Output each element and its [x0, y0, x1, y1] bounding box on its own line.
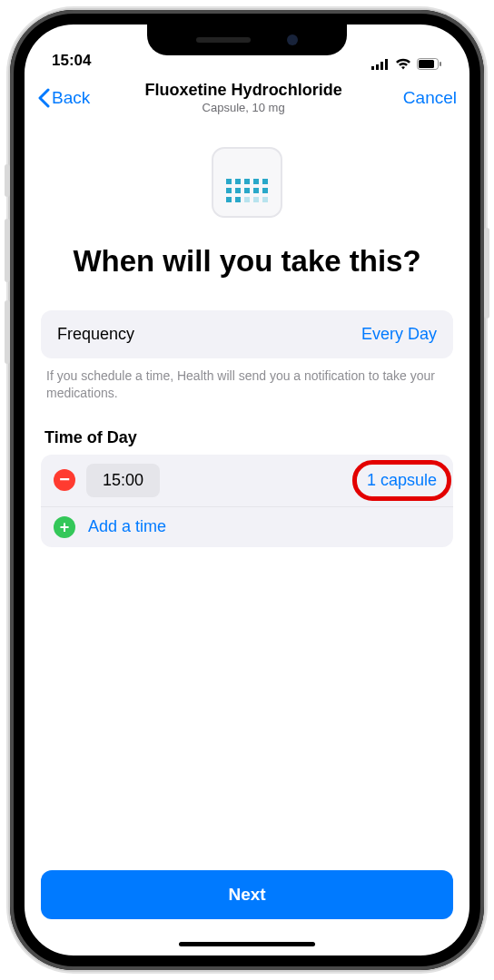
iphone-frame: 15:04 Back Fluoxetine Hydrochloride — [10, 10, 484, 970]
svg-rect-3 — [385, 59, 388, 70]
frequency-row[interactable]: Frequency Every Day — [41, 310, 453, 358]
schedule-hint: If you schedule a time, Health will send… — [41, 358, 453, 403]
add-time-row[interactable]: + Add a time — [41, 507, 453, 547]
front-camera — [287, 34, 298, 45]
content: When will you take this? Frequency Every… — [25, 123, 469, 870]
headline: When will you take this? — [41, 243, 453, 279]
calendar-icon-wrap — [41, 147, 453, 218]
time-of-day-card: − 15:00 1 capsule + Add a time — [41, 455, 453, 547]
svg-rect-1 — [376, 64, 379, 70]
svg-rect-2 — [380, 62, 383, 70]
add-time-label: Add a time — [88, 517, 166, 536]
battery-icon — [417, 58, 442, 70]
plus-icon: + — [60, 519, 70, 535]
time-row: − 15:00 1 capsule — [41, 455, 453, 507]
time-picker[interactable]: 15:00 — [86, 464, 160, 497]
cellular-signal-icon — [371, 59, 390, 70]
svg-rect-6 — [440, 62, 441, 66]
nav-bar: Back Fluoxetine Hydrochloride Capsule, 1… — [25, 74, 469, 123]
volume-down — [5, 300, 10, 364]
notch — [147, 24, 347, 55]
next-button[interactable]: Next — [41, 870, 453, 919]
dose-value: 1 capsule — [367, 471, 437, 489]
svg-rect-0 — [371, 66, 374, 70]
dose-picker[interactable]: 1 capsule — [363, 469, 440, 492]
nav-title-main: Fluoxetine Hydrochloride — [90, 81, 397, 100]
nav-title: Fluoxetine Hydrochloride Capsule, 10 mg — [90, 81, 397, 114]
frequency-label: Frequency — [57, 325, 134, 344]
back-button[interactable]: Back — [37, 88, 90, 108]
cancel-button[interactable]: Cancel — [397, 88, 457, 108]
frequency-card: Frequency Every Day — [41, 310, 453, 358]
minus-icon: − — [59, 470, 70, 488]
speaker — [196, 37, 251, 43]
svg-rect-5 — [419, 60, 434, 68]
screen: 15:04 Back Fluoxetine Hydrochloride — [25, 24, 469, 956]
time-of-day-label: Time of Day — [41, 428, 453, 447]
mute-switch — [5, 164, 10, 197]
home-indicator[interactable] — [179, 942, 315, 946]
power-button — [484, 228, 489, 318]
back-label: Back — [52, 88, 90, 108]
status-time: 15:04 — [52, 52, 91, 70]
volume-up — [5, 219, 10, 282]
remove-time-button[interactable]: − — [54, 469, 75, 491]
nav-title-sub: Capsule, 10 mg — [90, 101, 397, 114]
chevron-left-icon — [37, 88, 50, 108]
calendar-icon — [212, 147, 282, 218]
wifi-icon — [395, 58, 411, 70]
frequency-value: Every Day — [361, 325, 437, 344]
add-time-button[interactable]: + — [54, 516, 75, 538]
